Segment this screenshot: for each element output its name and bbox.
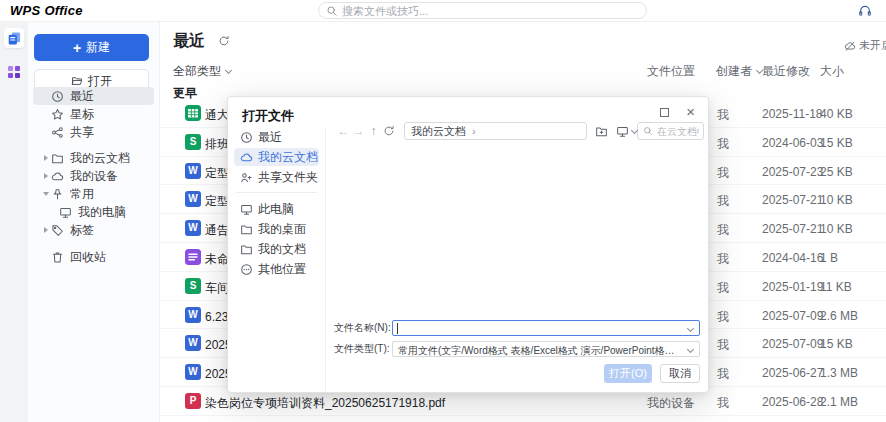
dialog-nav-label: 最近 [258,129,282,146]
global-search[interactable] [318,2,647,19]
sidebar-item-devices[interactable]: 我的设备 [33,167,154,185]
breadcrumb[interactable]: 我的云文档 › [404,122,587,140]
new-button-label: 新建 [86,39,110,56]
column-header-creator[interactable]: 创建者 [716,63,762,80]
dialog-nav-other[interactable]: 其他位置 [234,260,319,278]
refresh-icon[interactable] [218,35,230,47]
file-icon-letter: W [188,223,197,233]
file-name: 染色岗位专项培训资料_20250625171918.pdf [205,395,445,412]
dialog-search-input[interactable] [657,126,699,137]
sidebar-item-starred[interactable]: 星标 [33,105,154,123]
dialog-search[interactable] [637,122,704,140]
clock-icon [240,131,253,144]
file-size: 2.1 MB [820,395,858,409]
column-header-modified: 最近修改 [762,63,810,80]
folder-icon [240,223,253,236]
divider [236,192,317,193]
refresh-icon[interactable] [383,125,395,137]
file-creator: 我 [717,193,729,210]
file-creator: 我 [717,222,729,239]
dialog-nav-this-pc[interactable]: 此电脑 [234,200,319,218]
sidebar-item-label: 最近 [70,88,94,105]
dialog-nav-shared-folder[interactable]: 共享文件夹 [234,168,319,186]
dialog-nav-documents[interactable]: 我的文档 [234,240,319,258]
apps-grid-icon[interactable] [8,66,20,78]
new-button[interactable]: + 新建 [34,34,149,61]
folder-open-icon [71,75,83,87]
sidebar-item-label: 我的云文档 [70,150,130,167]
sidebar-item-my-pc[interactable]: 我的电脑 [33,203,154,221]
file-modified: 2025-11-18 [762,107,823,121]
file-modified: 2025-07-09 [762,309,823,323]
view-mode-icon[interactable] [616,125,637,138]
global-search-input[interactable] [342,5,639,17]
dialog-nav-label: 我的云文档 [258,149,318,166]
sidebar-item-label: 常用 [70,186,94,203]
sidebar-item-shared[interactable]: 共享 [33,123,154,141]
dialog-footer: 文件名称(N): 文件类型(T): 常用文件(文字/Word格式 表格/Exce… [326,320,708,392]
folder-icon [51,152,64,165]
close-icon[interactable]: × [686,101,695,122]
clock-icon [51,90,64,103]
file-icon-letter: W [188,338,197,348]
monitor-icon [240,203,253,216]
filename-input[interactable] [392,320,700,336]
file-icon-sheet: S [185,278,201,294]
chevron-down-icon[interactable] [41,192,51,196]
file-icon-word: W [185,191,201,207]
sidebar-item-label: 共享 [70,124,94,141]
filetype-select[interactable]: 常用文件(文字/Word格式 表格/Excel格式 演示/PowerPoint格… [392,341,700,357]
sidebar-item-tags[interactable]: 标签 [33,221,154,239]
file-modified: 2025-06-27 [762,366,823,380]
sidebar-item-recycle[interactable]: 回收站 [33,248,154,266]
chevron-right-icon[interactable] [41,155,51,161]
file-size: 10 KB [820,193,853,207]
file-modified: 2025-01-19 [762,280,823,294]
dialog-nav-recent[interactable]: 最近 [234,128,319,146]
up-icon[interactable]: ↑ [366,124,381,138]
dialog-open-button[interactable]: 打开(O) [604,364,652,383]
forward-icon[interactable]: → [351,124,366,138]
chevron-right-icon[interactable] [41,227,51,233]
file-modified: 2025-07-21 [762,222,823,236]
chevron-right-icon[interactable] [41,173,51,179]
file-icon-letter: P [190,396,197,406]
type-filter-dropdown[interactable]: 全部类型 [173,63,231,80]
file-icon-letter: W [188,310,197,320]
file-size: 10 KB [820,222,853,236]
sync-status-badge[interactable]: 未开启 [844,38,886,53]
chevron-down-icon[interactable] [687,325,694,332]
file-icon-letter: W [188,166,197,176]
back-icon[interactable]: ← [336,124,351,138]
file-modified: 2025-07-09 [762,337,823,351]
dialog-file-area[interactable] [326,141,708,320]
headset-support-icon[interactable] [858,4,872,18]
file-icon-word: W [185,163,201,179]
dialog-toolbar: ← → ↑ 我的云文档 › [326,121,708,141]
sidebar-item-label: 星标 [70,106,94,123]
file-creator: 我 [717,395,729,412]
file-size: 15 KB [820,337,853,351]
dialog-nav-cloud-docs[interactable]: 我的云文档 [234,148,319,166]
file-location: 我的设备 [647,395,695,412]
dialog-title: 打开文件 [242,107,294,125]
column-header-size: 大小 [820,63,844,80]
documents-tab-icon[interactable] [4,28,24,48]
new-folder-icon[interactable] [595,125,608,138]
maximize-icon[interactable] [660,108,669,117]
breadcrumb-item[interactable]: 我的云文档 [411,124,466,139]
sidebar-item-frequent[interactable]: 常用 [33,185,154,203]
dialog-nav-desktop[interactable]: 我的桌面 [234,220,319,238]
dialog-nav-label: 其他位置 [258,261,306,278]
sidebar-item-cloud-docs[interactable]: 我的云文档 [33,149,154,167]
chevron-down-icon [225,67,232,74]
file-modified: 2024-04-16 [762,251,823,265]
sidebar-item-recent[interactable]: 最近 [33,87,154,105]
sidebar-nav: 最近星标共享我的云文档我的设备常用我的电脑标签回收站 [28,87,159,266]
dialog-cancel-button[interactable]: 取消 [660,364,700,383]
cloud-icon [240,151,253,164]
file-icon-pdf: P [185,393,201,409]
file-creator: 我 [717,366,729,383]
file-size: 25 KB [820,165,853,179]
file-icon-letter: S [190,137,197,147]
